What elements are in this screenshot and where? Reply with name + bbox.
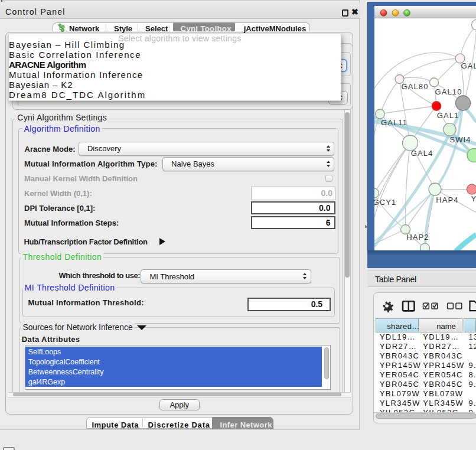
svg-text:GAL7: GAL7 xyxy=(461,61,476,70)
svg-text:GCY1: GCY1 xyxy=(374,198,396,207)
svg-text:GAL1: GAL1 xyxy=(436,111,459,120)
svg-text:HAP4: HAP4 xyxy=(436,195,458,204)
svg-text:GAL80: GAL80 xyxy=(401,82,428,91)
svg-text:GAL10: GAL10 xyxy=(435,87,462,96)
svg-text:GAL4: GAL4 xyxy=(410,149,433,158)
svg-text:HAP2: HAP2 xyxy=(406,233,429,242)
svg-text:SWI4: SWI4 xyxy=(449,135,471,144)
svg-text:GAL11: GAL11 xyxy=(380,118,407,127)
svg-text:YM: YM xyxy=(471,194,476,203)
